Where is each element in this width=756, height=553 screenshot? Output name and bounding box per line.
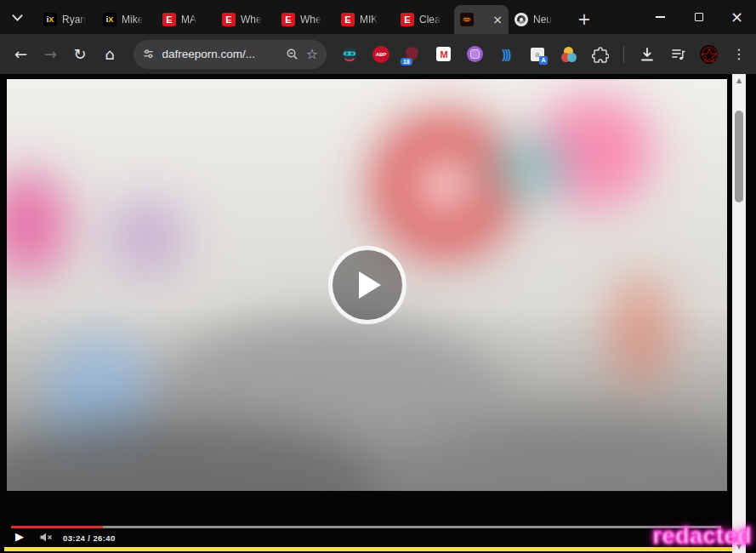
back-button[interactable]: ← bbox=[10, 43, 31, 66]
tab-ryan[interactable]: iX Ryan bbox=[37, 5, 97, 34]
minimize-icon bbox=[656, 16, 665, 18]
media-queue-icon[interactable] bbox=[670, 46, 687, 63]
tab-clea[interactable]: E Clea bbox=[395, 5, 454, 34]
purple-cam-extension-icon[interactable] bbox=[467, 46, 483, 62]
tab-label: Mike bbox=[122, 14, 143, 26]
tab-neu[interactable]: Neu bbox=[509, 5, 568, 34]
color-circles-extension-icon[interactable] bbox=[560, 46, 577, 63]
tab-active-current-site[interactable]: × bbox=[454, 5, 509, 34]
tab-label: Neu bbox=[533, 14, 552, 26]
e-favicon: E bbox=[222, 13, 236, 26]
url-text[interactable]: dafreeporn.com/... bbox=[162, 48, 278, 60]
window-close-button[interactable]: × bbox=[718, 0, 756, 34]
mask-extension-icon[interactable] bbox=[341, 46, 358, 63]
scrollbar-up-arrow[interactable]: ▲ bbox=[732, 74, 746, 87]
web-page: ▶ 03:24 / 26:40 redacted ▲ ▼ bbox=[0, 74, 756, 553]
forward-button[interactable]: → bbox=[40, 43, 61, 66]
tab-close-icon[interactable]: × bbox=[492, 14, 503, 26]
site-favicon bbox=[460, 13, 474, 26]
e-favicon: E bbox=[341, 13, 355, 26]
video-progress-bar[interactable] bbox=[11, 526, 721, 528]
translate-extension-icon[interactable]: aA bbox=[529, 46, 546, 63]
toolbar-divider bbox=[623, 46, 624, 63]
bookmark-star-icon[interactable]: ☆ bbox=[306, 46, 318, 62]
extensions-puzzle-icon[interactable] bbox=[592, 46, 609, 63]
site-settings-tune-icon[interactable] bbox=[142, 48, 155, 60]
neu-favicon bbox=[514, 13, 528, 26]
tab-whe-2[interactable]: E Whe bbox=[276, 5, 335, 34]
volume-waves-extension-icon[interactable]: ))) bbox=[497, 46, 514, 63]
new-tab-button[interactable]: + bbox=[571, 7, 597, 31]
window-minimize-button[interactable] bbox=[641, 0, 679, 34]
red-m-extension-icon[interactable]: M bbox=[435, 46, 452, 63]
profile-avatar[interactable] bbox=[700, 45, 718, 64]
address-bar[interactable]: dafreeporn.com/... ☆ bbox=[134, 40, 327, 69]
home-button[interactable]: ⌂ bbox=[99, 43, 121, 66]
e-favicon: E bbox=[162, 13, 176, 26]
adblock-plus-extension-icon[interactable]: ABP bbox=[372, 46, 389, 63]
tab-label: Clea bbox=[419, 14, 441, 26]
player-time-display: 03:24 / 26:40 bbox=[63, 533, 116, 543]
shield-extension-icon[interactable]: 18 bbox=[404, 46, 421, 63]
purple-inner-glyph bbox=[470, 49, 480, 59]
e-favicon: E bbox=[281, 13, 295, 26]
progress-played bbox=[11, 526, 103, 528]
yellow-accent-bar bbox=[4, 547, 736, 551]
browser-menu-kebab-icon[interactable]: ⋮ bbox=[732, 46, 746, 62]
tab-search-chevron-icon[interactable] bbox=[12, 10, 23, 21]
player-play-button[interactable]: ▶ bbox=[15, 530, 24, 543]
window-maximize-button[interactable] bbox=[679, 0, 718, 34]
play-overlay-button[interactable] bbox=[328, 246, 406, 324]
downloads-icon[interactable] bbox=[639, 46, 656, 63]
scrollbar-thumb[interactable] bbox=[735, 111, 743, 202]
zoom-out-icon[interactable] bbox=[286, 48, 299, 61]
browser-toolbar: ← → ↻ ⌂ dafreeporn.com/... ☆ ABP 18 bbox=[0, 34, 756, 74]
window-controls: × bbox=[641, 0, 756, 34]
player-mute-icon[interactable] bbox=[39, 532, 53, 543]
tab-label: MIK bbox=[360, 14, 378, 26]
tab-mike[interactable]: iX Mike bbox=[97, 5, 156, 34]
reload-button[interactable]: ↻ bbox=[70, 43, 91, 66]
shield-badge-18: 18 bbox=[401, 58, 412, 66]
tab-strip: iX Ryan iX Mike E MA E Whe E Whe E MIK E… bbox=[37, 5, 568, 34]
browser-titlebar: iX Ryan iX Mike E MA E Whe E Whe E MIK E… bbox=[0, 0, 756, 34]
page-scrollbar[interactable]: ▲ ▼ bbox=[732, 74, 746, 553]
site-watermark-redacted: redacted bbox=[652, 523, 752, 550]
tab-label: Whe bbox=[300, 14, 321, 26]
tab-label: Whe bbox=[241, 14, 262, 26]
tab-label: MA bbox=[181, 14, 196, 26]
ix-favicon: iX bbox=[103, 13, 117, 26]
tab-ma[interactable]: E MA bbox=[156, 5, 216, 34]
ix-favicon: iX bbox=[43, 13, 57, 26]
e-favicon: E bbox=[401, 13, 414, 26]
maximize-icon bbox=[695, 13, 703, 21]
play-icon bbox=[359, 271, 381, 299]
video-player-placeholder[interactable] bbox=[7, 79, 727, 491]
tab-whe-1[interactable]: E Whe bbox=[216, 5, 276, 34]
tab-mik[interactable]: E MIK bbox=[335, 5, 395, 34]
tab-label: Ryan bbox=[62, 14, 86, 26]
